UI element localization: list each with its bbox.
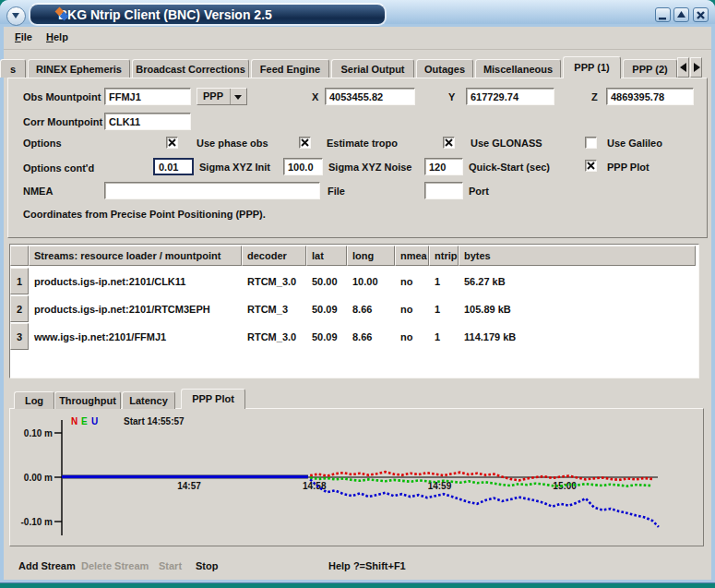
close-button[interactable] [693,7,709,22]
check-x-icon [586,161,596,171]
tab-miscellaneous[interactable]: Miscellaneous [475,59,561,78]
start-time-annotation: Start 14:55:57 [124,416,185,426]
tab-ppp-1-[interactable]: PPP (1) [563,56,621,78]
row-number[interactable]: 2 [10,295,29,322]
cell-bytes[interactable]: 56.27 kB [464,276,506,287]
title-tab: BKG Ntrip Client (BNC) Version 2.5 [29,3,387,26]
cell-lat[interactable]: 50.09 [312,331,338,342]
contd-label-2: Quick-Start (sec) [469,162,550,173]
ppp-hint-text: Coordinates from Precise Point Positioni… [23,209,266,220]
cell-long[interactable]: 10.00 [352,276,378,287]
table-header-3[interactable]: long [347,246,395,266]
corr-mountpoint-input[interactable] [104,113,191,130]
ppp-combobox-value: PPP [203,90,223,102]
checkbox-estimate-tropo[interactable] [299,137,311,149]
menu-help[interactable]: Help [46,31,68,42]
tab-outages[interactable]: Outages [416,59,473,78]
checkbox-use-glonass[interactable] [443,137,455,149]
x-input[interactable] [325,88,415,105]
checkbox-label: Use Galileo [607,138,662,149]
cell-nmea[interactable]: no [400,331,412,342]
tab-scroll-left-button[interactable] [677,57,689,78]
bottom-tab-ppp-plot[interactable]: PPP Plot [181,389,245,409]
bottom-tab-latency[interactable]: Latency [122,391,175,409]
row-number[interactable]: 3 [10,323,29,350]
cell-mountpoint[interactable]: products.igs-ip.net:2101/CLK11 [34,276,185,287]
arrow-left-icon [680,63,686,72]
cell-decoder[interactable]: RTCM_3.0 [247,276,296,287]
help-hint[interactable]: Help ?=Shift+F1 [328,560,406,571]
corr-mountpoint-label: Corr Mountpoint [23,116,102,127]
contd-label-0: Sigma XYZ Init [199,162,270,173]
start-button[interactable]: Start [159,560,182,571]
tab-serial-output[interactable]: Serial Output [331,59,414,78]
maximize-button[interactable] [673,7,689,22]
ppp-combobox-arrow-button[interactable] [230,89,246,104]
table-header-1[interactable]: decoder [242,246,306,266]
check-x-icon [300,138,310,148]
row-number[interactable]: 1 [10,268,29,294]
checkbox-ppp-plot[interactable] [585,160,597,172]
cell-long[interactable]: 8.66 [352,331,372,342]
cell-decoder[interactable]: RTCM_3 [247,304,288,315]
window-menu-button[interactable] [6,6,26,26]
nmea-port-input[interactable] [424,182,463,199]
cell-mountpoint[interactable]: www.igs-ip.net:2101/FFMJ1 [34,331,166,342]
close-icon [695,9,707,21]
cell-ntrip[interactable]: 1 [435,304,440,315]
tab-ppp-2-[interactable]: PPP (2) [623,59,677,78]
bottom-tab-log[interactable]: Log [14,391,54,409]
contd-input-2[interactable] [424,158,463,175]
check-x-icon [167,138,177,148]
contd-label-1: Sigma XYZ Noise [328,162,411,173]
tab-rinex-ephemeris[interactable]: RINEX Ephemeris [28,59,130,78]
table-header-0[interactable]: Streams: resource loader / mountpoint [29,246,242,266]
legend-N: N [71,416,77,426]
tab-broadcast-corrections[interactable]: Broadcast Corrections [132,59,249,78]
cell-nmea[interactable]: no [400,276,412,287]
options-contd-label: Options cont'd [23,162,94,174]
table-header-4[interactable]: nmea [395,246,429,266]
contd-input-0[interactable] [153,158,194,175]
x-tick-label: 14:57 [177,481,201,491]
z-label: Z [591,91,598,102]
delete-stream-button[interactable]: Delete Stream [81,560,149,571]
checkbox-use-galileo[interactable] [585,137,597,149]
checkbox-use-phase-obs[interactable] [166,137,178,149]
cell-bytes[interactable]: 105.89 kB [464,304,511,315]
ppp-plot-svg: 0.10 m0.00 m-0.10 m14:5714:5814:5915:00N… [10,409,702,545]
bottom-tab-throughput[interactable]: Throughput [54,391,121,409]
table-header-6[interactable]: bytes [459,246,696,266]
cell-lat[interactable]: 50.09 [312,304,338,315]
cell-nmea[interactable]: no [400,304,412,315]
tab-s[interactable]: s [0,59,26,78]
minimize-button[interactable] [655,7,671,22]
cell-ntrip[interactable]: 1 [435,331,440,342]
titlebar[interactable]: BKG Ntrip Client (BNC) Version 2.5 [0,0,715,24]
window-title: BKG Ntrip Client (BNC) Version 2.5 [58,7,272,22]
dropdown-arrow-icon [234,95,242,100]
stop-button[interactable]: Stop [196,560,218,571]
obs-mountpoint-input[interactable] [104,88,191,105]
table-header-5[interactable]: ntrip [429,246,459,266]
y-input[interactable] [466,88,554,105]
add-stream-button[interactable]: Add Stream [18,560,76,571]
nmea-file-input[interactable] [104,182,320,199]
cell-decoder[interactable]: RTCM_3.0 [247,331,296,342]
menu-file[interactable]: File [15,31,32,42]
cell-mountpoint[interactable]: products.igs-ip.net:2101/RTCM3EPH [34,304,210,315]
series-E [310,478,652,486]
cell-bytes[interactable]: 114.179 kB [464,331,516,342]
cell-lat[interactable]: 50.00 [312,276,338,287]
menubar: File Help [4,27,711,50]
checkbox-label: Use GLONASS [471,138,542,149]
tab-feed-engine[interactable]: Feed Engine [251,59,329,78]
z-input[interactable] [606,88,694,105]
table-header-2[interactable]: lat [306,246,347,266]
maximize-icon [675,9,687,21]
contd-input-1[interactable] [283,158,323,175]
cell-long[interactable]: 8.66 [352,304,372,315]
ppp-combobox[interactable]: PPP [197,88,247,105]
cell-ntrip[interactable]: 1 [435,276,440,287]
tab-scroll-right-button[interactable] [690,57,702,78]
